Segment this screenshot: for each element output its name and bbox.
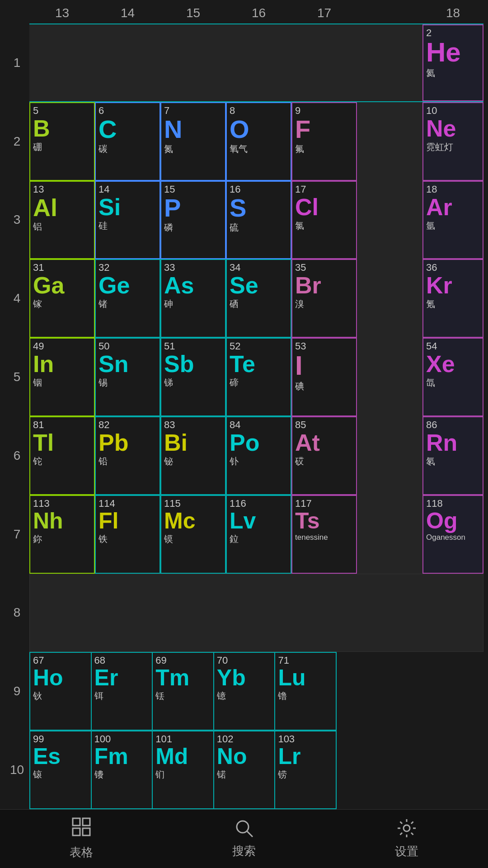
grid-icon xyxy=(72,817,91,841)
element-P[interactable]: 15 P 磷 xyxy=(160,181,226,259)
element-O[interactable]: 8 O 氧气 xyxy=(226,102,291,181)
element-Ts[interactable]: 117 Ts tenessine xyxy=(291,495,357,574)
element-name: 霓虹灯 xyxy=(426,141,453,153)
element-symbol: Ne xyxy=(426,117,456,140)
nav-settings[interactable]: 设置 xyxy=(395,818,418,859)
element-number: 51 xyxy=(164,341,175,351)
element-number: 36 xyxy=(426,263,437,273)
element-name: 镥 xyxy=(278,690,287,702)
row-10: 10 99 Es 锿 100 Fm 镄 101 Md 钔 xyxy=(5,731,483,809)
element-symbol: Nh xyxy=(33,509,63,532)
element-Ho[interactable]: 67 Ho 钬 xyxy=(30,652,91,730)
element-symbol: Rn xyxy=(426,431,457,454)
element-name: Oganesson xyxy=(426,533,465,542)
element-Fl[interactable]: 114 Fl 铁 xyxy=(95,495,160,574)
element-Si[interactable]: 14 Si 硅 xyxy=(95,181,160,259)
element-Ge[interactable]: 32 Ge 锗 xyxy=(95,259,160,338)
empty-header xyxy=(5,4,29,23)
element-number: 52 xyxy=(230,341,240,351)
empty-spacer xyxy=(357,338,422,416)
element-name: 锡 xyxy=(99,377,108,389)
element-Al[interactable]: 13 Al 铝 xyxy=(29,181,95,259)
element-symbol: Tl xyxy=(33,431,54,454)
element-Bi[interactable]: 83 Bi 铋 xyxy=(160,416,226,495)
element-name: 镱 xyxy=(217,690,226,702)
element-symbol: Ho xyxy=(33,666,63,689)
element-Se[interactable]: 34 Se 硒 xyxy=(226,259,291,338)
element-number: 7 xyxy=(164,106,169,116)
empty-col xyxy=(357,4,422,23)
element-Lu[interactable]: 71 Lu 镥 xyxy=(275,652,336,730)
element-Md[interactable]: 101 Md 钔 xyxy=(152,731,214,809)
element-name: 鉝 xyxy=(230,533,239,545)
element-Kr[interactable]: 36 Kr 氪 xyxy=(422,259,483,338)
element-Fm[interactable]: 100 Fm 镄 xyxy=(91,731,153,809)
element-symbol: Al xyxy=(33,195,57,220)
element-symbol: No xyxy=(217,745,247,768)
row-label-1: 1 xyxy=(5,24,29,102)
element-At[interactable]: 85 At 砹 xyxy=(291,416,357,495)
row-label-7: 7 xyxy=(5,495,29,574)
element-Xe[interactable]: 54 Xe 氙 xyxy=(422,338,483,416)
element-Cl[interactable]: 17 Cl 氯 xyxy=(291,181,357,259)
element-number: 117 xyxy=(295,499,312,509)
element-number: 68 xyxy=(94,656,105,665)
element-Es[interactable]: 99 Es 锿 xyxy=(30,731,91,809)
element-name: 铟 xyxy=(33,377,42,389)
svg-point-4 xyxy=(237,821,249,833)
element-Rn[interactable]: 86 Rn 氡 xyxy=(422,416,483,495)
element-number: 70 xyxy=(217,656,228,665)
nav-grid[interactable]: 表格 xyxy=(70,817,93,860)
element-Er[interactable]: 68 Er 铒 xyxy=(91,652,153,730)
element-Yb[interactable]: 70 Yb 镱 xyxy=(214,652,275,730)
element-Ne[interactable]: 10 Ne 霓虹灯 xyxy=(422,102,483,181)
element-Br[interactable]: 35 Br 溴 xyxy=(291,259,357,338)
element-As[interactable]: 33 As 砷 xyxy=(160,259,226,338)
element-Te[interactable]: 52 Te 碲 xyxy=(226,338,291,416)
element-Lr[interactable]: 103 Lr 铹 xyxy=(275,731,336,809)
main-grid: 1 2 He 氦 2 5 B 硼 xyxy=(0,24,488,809)
element-Lv[interactable]: 116 Lv 鉝 xyxy=(226,495,291,574)
element-symbol: S xyxy=(230,195,246,221)
element-Pb[interactable]: 82 Pb 铅 xyxy=(95,416,160,495)
row-label-9: 9 xyxy=(5,652,29,731)
element-name: 锿 xyxy=(33,769,42,781)
element-Ar[interactable]: 18 Ar 氩 xyxy=(422,181,483,259)
nav-search[interactable]: 搜索 xyxy=(232,819,256,859)
element-name: 铝 xyxy=(33,221,42,233)
element-number: 9 xyxy=(295,106,300,116)
element-He[interactable]: 2 He 氦 xyxy=(422,24,483,101)
element-Ga[interactable]: 31 Ga 镓 xyxy=(29,259,95,338)
col-header-13: 13 xyxy=(29,4,95,23)
element-number: 53 xyxy=(295,341,306,351)
element-name: 氟 xyxy=(295,143,304,155)
element-No[interactable]: 102 No 锘 xyxy=(214,731,275,809)
element-N[interactable]: 7 N 氮 xyxy=(160,102,226,181)
element-symbol: Fm xyxy=(94,745,128,768)
element-Nh[interactable]: 113 Nh 鉨 xyxy=(29,495,95,574)
element-Mc[interactable]: 115 Mc 镆 xyxy=(160,495,226,574)
element-number: 101 xyxy=(155,734,172,744)
element-F[interactable]: 9 F 氟 xyxy=(291,102,357,181)
element-In[interactable]: 49 In 铟 xyxy=(29,338,95,416)
svg-rect-1 xyxy=(83,818,90,826)
element-number: 8 xyxy=(230,106,235,116)
element-number: 113 xyxy=(33,499,50,509)
element-S[interactable]: 16 S 硫 xyxy=(226,181,291,259)
element-name: 铹 xyxy=(278,769,287,781)
element-symbol: At xyxy=(295,431,320,454)
element-Po[interactable]: 84 Po 钋 xyxy=(226,416,291,495)
element-number: 17 xyxy=(295,184,306,194)
element-number: 5 xyxy=(33,106,38,116)
element-symbol: Cl xyxy=(295,195,319,219)
element-B[interactable]: 5 B 硼 xyxy=(29,102,95,181)
element-Tm[interactable]: 69 Tm 铥 xyxy=(152,652,214,730)
element-C[interactable]: 6 C 碳 xyxy=(95,102,160,181)
element-Sb[interactable]: 51 Sb 锑 xyxy=(160,338,226,416)
row-label-4: 4 xyxy=(5,259,29,338)
element-I[interactable]: 53 I 碘 xyxy=(291,338,357,416)
element-Sn[interactable]: 50 Sn 锡 xyxy=(95,338,160,416)
row-label-3: 3 xyxy=(5,181,29,259)
element-Og[interactable]: 118 Og Oganesson xyxy=(422,495,483,574)
element-Tl[interactable]: 81 Tl 铊 xyxy=(29,416,95,495)
